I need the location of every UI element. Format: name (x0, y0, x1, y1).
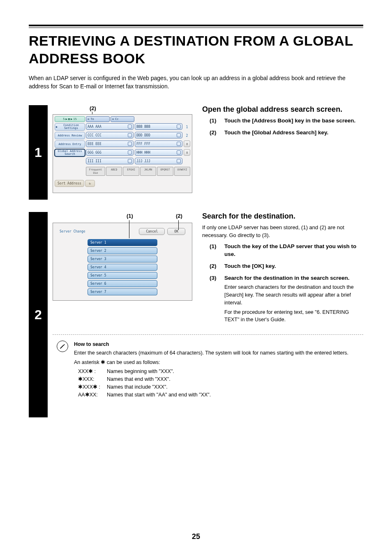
address-iii[interactable]: III III (86, 158, 134, 164)
server-5[interactable]: Server 5 (88, 272, 157, 279)
scroll-up-button[interactable]: ⬆ (184, 140, 190, 147)
chevron-right-icon: ▶ (66, 117, 67, 121)
dashed-separator (53, 334, 363, 335)
mail-icon: ✉ (88, 117, 89, 121)
folder-icon (177, 142, 181, 146)
globe-icon (177, 124, 181, 129)
phone-icon (177, 159, 181, 163)
phone-icon (128, 142, 132, 146)
address-eee[interactable]: EEE EEE (86, 140, 134, 147)
mail-icon (128, 150, 132, 154)
server-2[interactable]: Server 2 (88, 247, 157, 254)
book-icon: ▣ (68, 117, 70, 121)
tab-efghi[interactable]: EFGHI (123, 167, 139, 176)
pencil-icon (59, 343, 66, 350)
address-bbb[interactable]: BBB BBB (135, 123, 182, 130)
phone-icon (128, 133, 132, 137)
server-4[interactable]: Server 4 (88, 264, 157, 271)
note-heading: How to search (74, 341, 348, 348)
server-3[interactable]: Server 3 (88, 256, 157, 263)
cancel-button[interactable]: Cancel (139, 228, 165, 235)
step-1-number: 1 (29, 105, 48, 200)
refresh-icon: ↻ (89, 182, 91, 185)
page-title: RETRIEVING A DESTINATION FROM A GLOBAL A… (29, 32, 363, 67)
step-2-lead: If only one LDAP server has been stored,… (202, 224, 363, 240)
step-2-item-3-after1: Enter search characters for the destinat… (224, 283, 363, 306)
step-1-item-1: (1) Touch the [Address Book] key in the … (202, 117, 363, 125)
side-global-address-search[interactable]: Global Address Search (55, 149, 85, 157)
step-1-screenshot: (2) 5 ▶ ▣ ▶ 15 ✉ (53, 105, 192, 193)
tab-uvwxyz[interactable]: UVWXYZ (174, 167, 190, 176)
top-count-badge[interactable]: 5 ▶ ▣ ▶ 15 (55, 116, 85, 122)
step-2-item-2: (2) Touch the [OK] key. (202, 263, 363, 270)
top-count-2: 15 (73, 117, 76, 121)
step-2-item-3: (3) Search for the destination in the se… (202, 274, 363, 324)
page-indicator: 1 (184, 123, 190, 131)
top-count-1: 5 (63, 117, 65, 121)
callout-1-line (129, 220, 129, 238)
mail-icon (128, 159, 132, 163)
title-rule (29, 25, 363, 28)
scroll-down-button[interactable]: ⬇ (184, 149, 190, 156)
address-jjj[interactable]: JJJ JJJ (135, 158, 182, 164)
callout-2-label: (2) (90, 105, 96, 111)
note-asterisk-intro: An asterisk ✱ can be used as follows: (74, 359, 348, 366)
step-2-item-1: (1) Touch the key of the LDAP server tha… (202, 243, 363, 258)
chevron-right-icon: ▶ (56, 126, 58, 129)
address-ggg[interactable]: GGG GGG (86, 149, 134, 156)
step-1-item-2: (2) Touch the [Global Address Search] ke… (202, 129, 363, 137)
to-label: To (90, 117, 94, 121)
address-fff[interactable]: FFF FFF (135, 140, 182, 147)
step-2-number: 2 (29, 212, 48, 417)
step-2-screenshot: (1) (2) Server Change Cancel OK Server 1 (53, 212, 192, 328)
arrow-down-icon: ⬇ (186, 150, 188, 155)
note-icon (57, 341, 68, 352)
address-aaa[interactable]: AAA AAA (86, 123, 134, 130)
page-indicator: 2 (184, 132, 190, 139)
step-2-heading: Search for the destination. (202, 212, 363, 221)
chevron-right-icon: ▶ (71, 117, 72, 121)
tab-opqrst[interactable]: OPQRST (157, 167, 173, 176)
callout-1-label: (1) (127, 213, 133, 219)
step-1-row: 1 (2) 5 ▶ ▣ ▶ 15 (29, 105, 363, 200)
to-button[interactable]: ✉ To (86, 116, 110, 122)
refresh-button[interactable]: ↻ (85, 180, 95, 187)
cc-label: Cc (115, 117, 118, 121)
note-body-text: Enter the search characters (maximum of … (74, 349, 348, 357)
tab-frequent-use[interactable]: Frequent Use (86, 167, 105, 176)
server-7[interactable]: Server 7 (88, 288, 157, 295)
mail-icon (128, 124, 132, 129)
mail-icon (177, 133, 181, 137)
tab-jklmn[interactable]: JKLMN (140, 167, 156, 176)
arrow-up-icon: ⬆ (186, 142, 188, 146)
cc-button[interactable]: ✉ Cc (111, 116, 134, 122)
page-number: 25 (0, 532, 392, 541)
asterisk-table: XXX✱ :Names beginning with "XXX". ✱XXX:N… (74, 368, 348, 398)
callout-2-label: (2) (176, 213, 182, 219)
globe-icon (177, 150, 181, 154)
step-1-heading: Open the global address search screen. (202, 105, 363, 114)
address-hhh[interactable]: HHH HHH (135, 149, 182, 156)
tab-abcd[interactable]: ABCD (106, 167, 122, 176)
side-condition-settings[interactable]: ▶ Condition Settings (55, 123, 85, 131)
sort-address-button[interactable]: Sort Address (55, 180, 84, 187)
server-change-label: Server Change (60, 230, 85, 233)
server-6[interactable]: Server 6 (88, 280, 157, 287)
step-2-item-3-after2: For the procedure for entering text, see… (224, 309, 363, 324)
intro-paragraph: When an LDAP server is configured in the… (29, 74, 363, 90)
address-ccc[interactable]: CCC CCC (86, 132, 134, 138)
how-to-search-note: How to search Enter the search character… (57, 341, 363, 398)
side-address-entry[interactable]: Address Entry (55, 140, 85, 148)
callout-2-line (178, 220, 179, 230)
address-ddd[interactable]: DDD DDD (135, 132, 182, 138)
side-address-review[interactable]: Address Review (55, 132, 85, 139)
step-2-row: 2 (1) (2) Server Change Cancel OK (29, 212, 363, 417)
mail-icon: ✉ (112, 117, 114, 121)
ok-button[interactable]: OK (167, 228, 185, 235)
server-1[interactable]: Server 1 (88, 239, 157, 246)
